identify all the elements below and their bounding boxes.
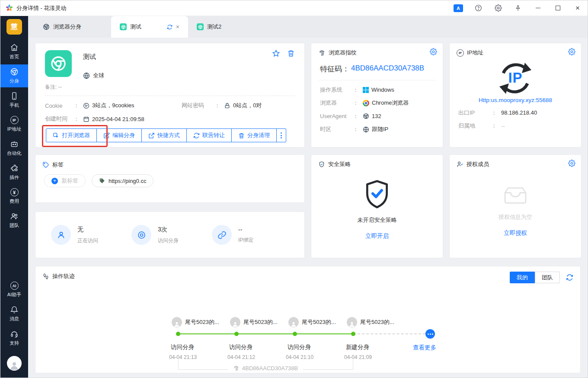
proxy-address-link[interactable]: Http:us.mooproxy.xyz:55688 — [457, 97, 574, 103]
clone-region: 全球 — [93, 72, 104, 80]
note-row: 备注: -- — [45, 83, 295, 91]
browser-circle-icon — [363, 113, 369, 119]
tab-browser-clones[interactable]: 浏览器分身 — [34, 16, 111, 38]
phone-icon — [10, 92, 19, 100]
edit-clone-button[interactable]: 编辑分身 — [96, 128, 142, 142]
translate-icon: A — [454, 4, 463, 12]
tab-close-icon[interactable]: × — [176, 24, 179, 30]
trail-event-time: 04-04 21:13 — [169, 354, 197, 360]
transfer-button[interactable]: 联营转让 — [186, 128, 232, 142]
more-events-icon[interactable] — [425, 329, 435, 339]
operation-trail-card: 操作轨迹 我的 团队 尾号5023的... — [35, 266, 581, 373]
pin-button[interactable] — [508, 0, 528, 16]
robot-icon — [10, 140, 19, 148]
cookie-value: 3站点，9cookies — [92, 102, 134, 109]
tag-icon — [42, 161, 49, 168]
maximize-button[interactable] — [548, 0, 568, 16]
trail-event-user: 尾号5023的... — [288, 317, 336, 327]
cookie-label: Cookie — [45, 103, 73, 109]
calendar-icon — [83, 116, 89, 122]
window-title: 分身详情 - 花漾灵动 — [16, 4, 67, 12]
titlebar: 分身详情 - 花漾灵动 A × — [0, 0, 588, 16]
tab-refresh-icon[interactable] — [167, 24, 173, 30]
more-actions-button[interactable] — [276, 128, 286, 142]
divider — [45, 96, 295, 96]
sidebar: 慧 首页 分身 手机 IP IP地址 自动化 — [0, 16, 28, 378]
exit-ip-value: 98.186.218.40 — [501, 109, 537, 116]
ip-badge-icon: IP — [457, 49, 464, 57]
card-title: 安全策略 — [328, 160, 351, 168]
sidebar-item-team[interactable]: 团队 — [0, 209, 28, 232]
eye-icon — [131, 225, 151, 245]
new-tag-button[interactable]: + 新标签 — [44, 174, 86, 187]
sidebar-item-label: 分身 — [10, 78, 19, 84]
authorized-members-card: 授权成员 授权信息为空 立即授权 — [449, 154, 582, 258]
members-settings-gear-icon[interactable] — [568, 160, 575, 169]
sidebar-item-ai-assistant[interactable]: AI AI助手 — [0, 279, 28, 301]
browser-clone-icon — [43, 23, 50, 30]
yen-badge-icon: ¥ — [10, 188, 19, 196]
favorite-star-icon[interactable] — [272, 49, 280, 59]
minimize-button[interactable] — [528, 0, 548, 16]
enable-security-link[interactable]: 立即开启 — [318, 232, 436, 240]
fingerprint-icon — [233, 365, 240, 372]
clone-avatar-icon — [120, 23, 127, 30]
brand-logo[interactable]: 慧 — [6, 19, 22, 35]
browser-clone-icon — [10, 67, 19, 76]
sidebar-item-label: 费用 — [10, 198, 19, 205]
translate-button[interactable]: A — [448, 0, 468, 16]
person-check-icon — [457, 161, 463, 168]
see-more-link[interactable]: 查看更多 — [413, 344, 436, 352]
delete-trash-icon[interactable] — [287, 49, 295, 59]
fingerprint-icon — [318, 49, 326, 57]
tag-pill[interactable]: https://ping0.cc — [92, 174, 153, 187]
transfer-icon — [193, 132, 200, 139]
help-button[interactable] — [468, 0, 488, 16]
puzzle-icon — [10, 164, 19, 173]
sidebar-item-plugins[interactable]: 插件 — [0, 161, 28, 184]
cleanup-button[interactable]: 分身清理 — [231, 128, 277, 142]
fingerprint-settings-gear-icon[interactable] — [430, 48, 437, 57]
tab-label: 测试2 — [207, 23, 221, 31]
shortcut-button[interactable]: 快捷方式 — [141, 128, 187, 142]
tags-card: 标签 + 新标签 https://ping0.cc — [35, 154, 305, 203]
app-window: 分身详情 - 花漾灵动 A × 慧 首页 — [0, 0, 588, 378]
open-browser-button[interactable]: 打开浏览器 — [46, 128, 97, 142]
password-label: 网站密码 — [182, 102, 214, 109]
card-title: IP地址 — [467, 49, 483, 57]
sidebar-item-home[interactable]: 首页 — [0, 40, 28, 63]
action-button-group: 打开浏览器 编辑分身 快捷方式 — [45, 128, 295, 142]
sidebar-item-support[interactable]: 支持 — [0, 327, 28, 349]
sidebar-item-label: 消息 — [10, 316, 19, 322]
ip-settings-gear-icon[interactable] — [568, 48, 575, 57]
sidebar-item-billing[interactable]: ¥ 费用 — [0, 185, 28, 208]
sidebar-item-label: 支持 — [10, 340, 19, 346]
team-icon — [10, 212, 19, 221]
shield-check-illustration — [318, 179, 436, 211]
sidebar-item-ip[interactable]: IP IP地址 — [0, 113, 28, 135]
feature-code-label: 特征码： — [320, 64, 349, 74]
sidebar-item-label: 手机 — [10, 102, 19, 109]
sidebar-item-automation[interactable]: 自动化 — [0, 137, 28, 160]
link-icon — [212, 225, 232, 245]
cookie-icon — [83, 103, 89, 109]
divider — [318, 80, 436, 80]
close-button[interactable]: × — [568, 0, 588, 16]
person-icon — [51, 225, 71, 245]
card-title: 标签 — [52, 161, 64, 169]
tab-test-active[interactable]: 测试 × — [111, 16, 188, 38]
shield-check-icon — [318, 161, 325, 168]
authorize-now-link[interactable]: 立即授权 — [457, 229, 574, 237]
user-avatar[interactable] — [7, 356, 22, 371]
close-icon: × — [575, 4, 580, 12]
timeline-dot — [234, 332, 239, 336]
settings-button[interactable] — [488, 0, 508, 16]
trail-event-time: 04-04 21:09 — [344, 354, 372, 360]
tab-test2[interactable]: 测试2 — [188, 16, 239, 38]
sidebar-item-clones[interactable]: 分身 — [0, 64, 28, 87]
avatar — [172, 317, 182, 327]
sidebar-item-messages[interactable]: 消息 — [0, 302, 28, 325]
sidebar-item-phone[interactable]: 手机 — [0, 89, 28, 112]
tab-label: 浏览器分身 — [53, 23, 81, 31]
ip-badge-icon: IP — [10, 116, 19, 124]
